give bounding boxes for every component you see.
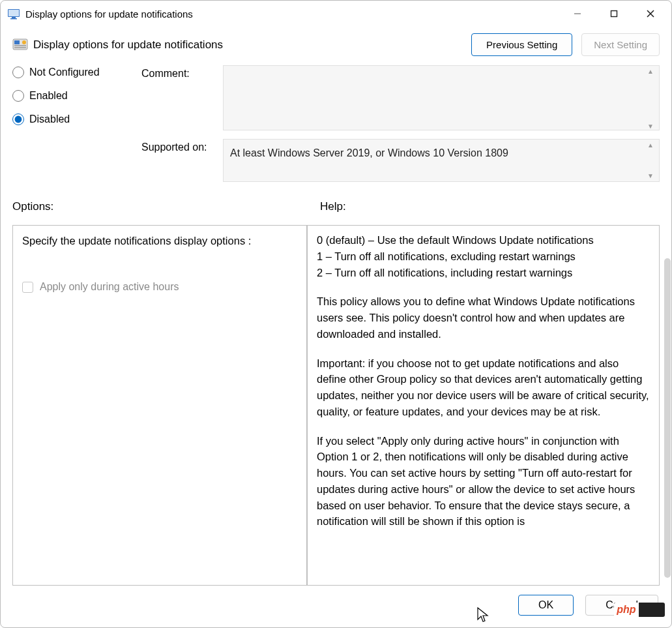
svg-rect-3 — [10, 18, 17, 20]
radio-enabled-input[interactable] — [12, 90, 24, 102]
supported-on-text: At least Windows Server 2019, or Windows… — [223, 139, 660, 182]
next-setting-button: Next Setting — [581, 33, 660, 56]
php-badge-text: php — [614, 603, 638, 617]
radio-enabled-label: Enabled — [29, 90, 68, 102]
svg-point-12 — [22, 40, 26, 44]
options-panel: Specify the update notifications display… — [12, 225, 307, 586]
radio-disabled-input[interactable] — [12, 113, 24, 125]
comment-row: Comment: ▲▼ — [141, 65, 660, 132]
php-badge: php — [614, 603, 665, 617]
vertical-scrollbar[interactable] — [664, 258, 671, 578]
nav-buttons: Previous Setting Next Setting — [471, 33, 660, 56]
help-paragraph-3: If you select "Apply only during active … — [317, 433, 650, 530]
options-section-label: Options: — [12, 200, 307, 213]
radio-enabled[interactable]: Enabled — [12, 90, 123, 102]
help-panel[interactable]: 0 (default) – Use the default Windows Up… — [307, 225, 660, 586]
svg-rect-10 — [14, 45, 26, 46]
policy-title: Display options for update notifications — [28, 38, 223, 52]
chevron-down-icon[interactable]: ▼ — [644, 123, 657, 130]
apply-active-hours-label: Apply only during active hours — [40, 281, 179, 293]
header-row: Display options for update notifications… — [12, 33, 660, 56]
radio-disabled[interactable]: Disabled — [12, 113, 123, 125]
specify-options-label: Specify the update notifications display… — [22, 235, 297, 247]
content-area: Display options for update notifications… — [1, 27, 671, 586]
svg-rect-1 — [8, 10, 19, 16]
window-close-button[interactable] — [632, 1, 669, 27]
section-labels: Options: Help: — [12, 200, 660, 213]
help-paragraph-2: Important: if you choose not to get upda… — [317, 355, 650, 420]
supported-scroll-arrows[interactable]: ▲▼ — [644, 142, 657, 179]
title-bar: Display options for update notifications — [1, 1, 671, 27]
previous-setting-button[interactable]: Previous Setting — [471, 33, 572, 56]
svg-rect-2 — [12, 17, 16, 18]
radio-not-configured-label: Not Configured — [29, 67, 100, 78]
cursor-icon — [476, 606, 489, 623]
meta-column: Comment: ▲▼ Supported on: At least Windo… — [141, 65, 660, 188]
supported-row: Supported on: At least Windows Server 20… — [141, 139, 660, 182]
svg-rect-9 — [14, 40, 20, 44]
comment-textarea[interactable] — [223, 65, 660, 130]
svg-rect-11 — [14, 47, 26, 48]
state-column: Not Configured Enabled Disabled — [12, 65, 123, 188]
policy-icon — [12, 37, 28, 53]
chevron-up-icon[interactable]: ▲ — [644, 142, 657, 149]
apply-active-hours-checkbox — [22, 282, 33, 293]
chevron-down-icon[interactable]: ▼ — [644, 172, 657, 179]
comment-label: Comment: — [141, 65, 223, 132]
radio-not-configured-input[interactable] — [12, 67, 24, 78]
state-meta-grid: Not Configured Enabled Disabled Comment:… — [12, 65, 660, 188]
app-icon — [7, 7, 20, 20]
help-section-label: Help: — [320, 200, 660, 213]
php-badge-block — [639, 603, 665, 617]
window-minimize-button[interactable] — [559, 1, 596, 27]
radio-disabled-label: Disabled — [29, 113, 70, 125]
radio-not-configured[interactable]: Not Configured — [12, 67, 123, 78]
help-paragraph-1: This policy allows you to define what Wi… — [317, 293, 650, 342]
chevron-up-icon[interactable]: ▲ — [644, 68, 657, 75]
svg-rect-5 — [611, 11, 617, 17]
comment-scroll-arrows[interactable]: ▲▼ — [644, 68, 657, 130]
footer: OK Cancel php — [1, 586, 671, 627]
help-line-2: 2 – Turn off all notifications, includin… — [317, 265, 650, 281]
window-maximize-button[interactable] — [596, 1, 632, 27]
panels: Specify the update notifications display… — [12, 225, 660, 586]
window-title: Display options for update notifications — [20, 8, 559, 20]
ok-button[interactable]: OK — [518, 595, 574, 616]
supported-label: Supported on: — [141, 139, 223, 182]
help-line-1: 1 – Turn off all notifications, excludin… — [317, 248, 650, 265]
help-line-0: 0 (default) – Use the default Windows Up… — [317, 232, 650, 248]
apply-active-hours-row: Apply only during active hours — [22, 281, 297, 293]
